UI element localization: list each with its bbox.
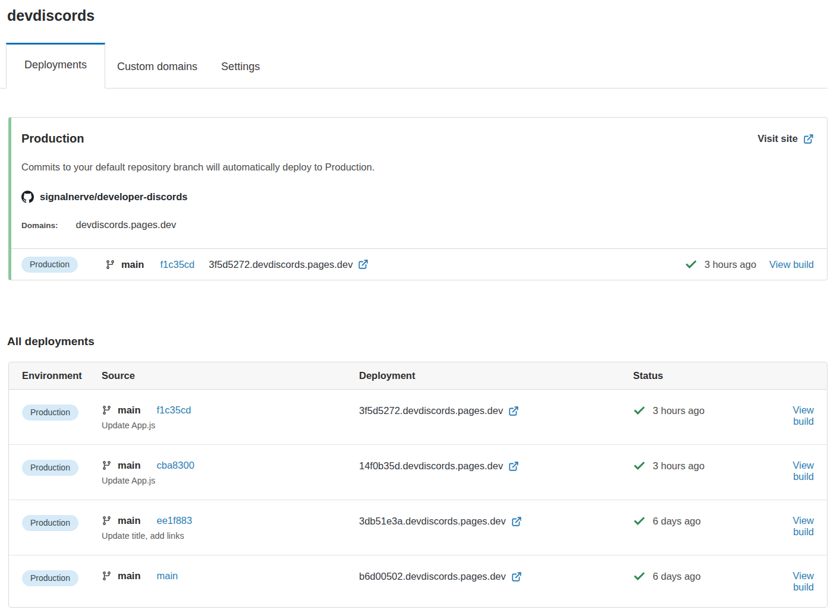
visit-site-label: Visit site bbox=[757, 133, 798, 144]
deploy-time: 6 days ago bbox=[653, 516, 701, 527]
status-group: 3 hours ago bbox=[685, 258, 756, 271]
external-link-icon bbox=[803, 134, 814, 144]
view-build-link[interactable]: View build bbox=[793, 405, 814, 427]
production-description: Commits to your default repository branc… bbox=[21, 162, 814, 173]
repo-row: signalnerve/developer-discords bbox=[21, 191, 814, 203]
deploy-time: 3 hours ago bbox=[653, 405, 704, 416]
tab-deployments[interactable]: Deployments bbox=[6, 43, 105, 89]
env-badge: Production bbox=[22, 570, 78, 586]
production-card: Production Visit site Commits to your de… bbox=[8, 117, 828, 280]
commit-link[interactable]: f1c35cd bbox=[157, 405, 191, 416]
deployment-url: 14f0b35d.devdiscords.pages.dev bbox=[359, 460, 503, 472]
production-title: Production bbox=[21, 132, 84, 146]
production-card-body: Production Visit site Commits to your de… bbox=[11, 118, 827, 248]
git-branch-icon bbox=[102, 516, 112, 526]
col-status: Status bbox=[633, 370, 764, 381]
deployments-table: Environment Source Deployment Status Pro… bbox=[8, 362, 828, 608]
commit-link[interactable]: f1c35cd bbox=[160, 259, 194, 270]
table-row: Production main main b6d00502.devdiscord… bbox=[9, 555, 827, 607]
branch-name: main bbox=[118, 515, 141, 526]
domains-label: Domains: bbox=[21, 221, 58, 230]
external-link-icon[interactable] bbox=[508, 406, 519, 416]
env-badge: Production bbox=[21, 257, 78, 273]
col-source: Source bbox=[102, 370, 359, 381]
deployment-url-group: 3f5d5272.devdiscords.pages.dev bbox=[209, 259, 369, 270]
all-deployments-title: All deployments bbox=[7, 335, 840, 348]
source-group: main f1c35cd bbox=[105, 259, 194, 270]
view-build-link[interactable]: View build bbox=[769, 259, 814, 270]
commit-link[interactable]: main bbox=[157, 570, 178, 582]
visit-site-link[interactable]: Visit site bbox=[757, 133, 814, 144]
tab-settings[interactable]: Settings bbox=[209, 43, 272, 88]
repo-name: signalnerve/developer-discords bbox=[40, 191, 188, 203]
table-row: Production main ee1f883 Update title, ad… bbox=[9, 500, 827, 555]
deployment-url: 3db51e3a.devdiscords.pages.dev bbox=[359, 516, 506, 527]
branch-name: main bbox=[118, 405, 141, 416]
table-row: Production main f1c35cd Update App.js 3f… bbox=[9, 390, 827, 445]
branch-name: main bbox=[121, 259, 144, 270]
checkmark-icon bbox=[633, 515, 646, 527]
git-branch-icon bbox=[102, 460, 112, 470]
domains-row: Domains: devdiscords.pages.dev bbox=[21, 219, 814, 230]
commit-message: Update App.js bbox=[102, 421, 359, 430]
env-badge: Production bbox=[22, 460, 78, 476]
deploy-time: 3 hours ago bbox=[704, 259, 756, 270]
commit-message: Update title, add links bbox=[102, 531, 359, 541]
view-build-link[interactable]: View build bbox=[793, 570, 814, 592]
external-link-icon[interactable] bbox=[508, 461, 519, 472]
table-row: Production main cba8300 Update App.js 14… bbox=[9, 445, 827, 500]
commit-link[interactable]: ee1f883 bbox=[157, 515, 193, 526]
production-deployment-row: Production main f1c35cd 3f5d5272.devdisc… bbox=[11, 248, 827, 280]
github-icon bbox=[21, 191, 34, 203]
branch-name: main bbox=[118, 460, 141, 471]
deployment-url: 3f5d5272.devdiscords.pages.dev bbox=[359, 405, 503, 416]
domains-value: devdiscords.pages.dev bbox=[76, 219, 177, 230]
checkmark-icon bbox=[633, 570, 646, 583]
deployment-url: b6d00502.devdiscords.pages.dev bbox=[359, 571, 506, 582]
env-badge: Production bbox=[22, 405, 78, 421]
git-branch-icon bbox=[102, 571, 112, 581]
view-build-link[interactable]: View build bbox=[793, 460, 814, 482]
env-badge: Production bbox=[22, 515, 78, 531]
external-link-icon[interactable] bbox=[358, 259, 369, 270]
checkmark-icon bbox=[633, 405, 646, 417]
col-deployment: Deployment bbox=[359, 370, 633, 381]
tab-bar: Deployments Custom domains Settings bbox=[0, 43, 828, 89]
commit-message: Update App.js bbox=[102, 476, 359, 485]
checkmark-icon bbox=[685, 258, 697, 271]
branch-name: main bbox=[118, 570, 141, 582]
git-branch-icon bbox=[105, 260, 115, 270]
git-branch-icon bbox=[102, 405, 112, 415]
tab-custom-domains[interactable]: Custom domains bbox=[105, 43, 209, 88]
view-build-link[interactable]: View build bbox=[793, 515, 814, 537]
col-environment: Environment bbox=[22, 370, 102, 381]
commit-link[interactable]: cba8300 bbox=[157, 460, 194, 471]
deploy-time: 6 days ago bbox=[653, 571, 701, 582]
checkmark-icon bbox=[633, 460, 646, 472]
table-header: Environment Source Deployment Status bbox=[9, 362, 827, 390]
page-title: devdiscords bbox=[7, 7, 840, 24]
external-link-icon[interactable] bbox=[511, 516, 522, 527]
deployment-url: 3f5d5272.devdiscords.pages.dev bbox=[209, 259, 353, 270]
external-link-icon[interactable] bbox=[511, 571, 522, 582]
deploy-time: 3 hours ago bbox=[653, 460, 704, 472]
